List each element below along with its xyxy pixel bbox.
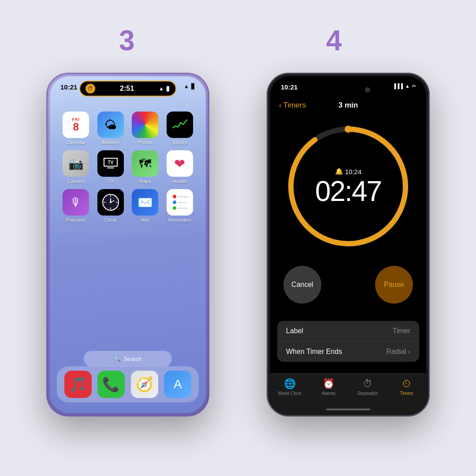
app-item-calendar[interactable]: FRI 8 Calendar [61,112,91,145]
wifi-icon-right: ▲ [405,83,410,89]
alarms-label: Alarms [322,391,335,396]
timer-settings-panel: Label Timer When Timer Ends Radial › [277,321,419,362]
calendar-label: Calendar [66,140,86,145]
cancel-button[interactable]: Cancel [283,266,321,304]
app-item-tv[interactable]: TV TV [96,150,126,184]
status-time-left: 10:21 [60,83,77,91]
label-field-value: Timer [393,327,410,335]
chevron-left-icon: ‹ [279,101,282,110]
search-icon: 🔍 [114,356,121,362]
status-bar-right: 10:21 ▐▐▐ ▲ [270,76,426,101]
step-4-number: 4 [326,24,342,57]
world-clock-label: World Clock [278,391,301,396]
tab-timers[interactable]: ⏲ Timers [387,378,427,396]
search-bar[interactable]: 🔍 Search [84,351,172,367]
step-3-number: 3 [119,24,135,57]
timers-back-label: Timers [283,101,306,110]
timer-countdown: 02:47 [315,177,381,205]
timer-buttons: Cancel Pause [283,266,413,304]
app-item-podcasts[interactable]: 🎙 Podcasts [61,189,91,223]
page-container: 3 4 10:21 ▲ ▊ ⏱ 2:51 ▲ ▊ [0,0,476,476]
chevron-right-icon: › [408,348,410,356]
stopwatch-label: Stopwatch [357,391,378,396]
maps-label: Maps [139,178,151,184]
timer-ends-row[interactable]: When Timer Ends Radial › [277,342,419,362]
status-time-right: 10:21 [281,83,298,91]
globe-icon: 🌐 [284,378,296,390]
dock-music[interactable]: 🎵 [64,371,92,398]
left-screen: 10:21 ▲ ▊ ⏱ 2:51 ▲ ▊ FR [50,76,206,413]
photos-icon [132,112,158,138]
clock-label: Clock [104,217,117,223]
camera-label: Camera [67,178,85,184]
timer-label-row[interactable]: Label Timer [277,321,419,342]
battery-icon-right [412,85,416,87]
health-icon: ❤ [167,150,193,177]
stocks-label: Stocks [172,140,187,145]
timer-display: 🔔 10:24 02:47 [315,167,381,205]
status-icons-right: ▐▐▐ ▲ [393,83,416,89]
phone-left: 10:21 ▲ ▊ ⏱ 2:51 ▲ ▊ FR [46,73,209,416]
tab-bar: 🌐 World Clock ⏰ Alarms ⏱ Stopwatch ⏲ Tim… [270,373,426,413]
dock-phone[interactable]: 📞 [97,371,125,398]
when-timer-ends-label: When Timer Ends [286,348,342,356]
dock: 🎵 📞 🧭 A [57,366,199,402]
timer-nav: ‹ Timers 3 min [270,101,426,110]
maps-icon: 🗺 [132,150,158,177]
dock-safari[interactable]: 🧭 [131,371,158,398]
timer-alarm-row: 🔔 10:24 [315,167,381,175]
svg-text:TV: TV [108,160,113,165]
camera-icon: 📷 [63,150,89,177]
timers-label: Timers [400,391,413,396]
ringtone-value: Radial [386,348,406,356]
svg-point-8 [110,201,112,203]
alarm-time: 10:24 [345,168,362,175]
tab-stopwatch[interactable]: ⏱ Stopwatch [348,378,387,396]
wifi-icon: ▲ [184,83,189,89]
dock-appstore[interactable]: A [164,371,191,398]
tv-label: TV [108,178,114,184]
photos-label: Photos [138,140,152,145]
battery-icon: ▊ [191,83,195,89]
calendar-date: 8 [73,122,79,132]
app-item-clock[interactable]: Clock [96,189,126,223]
status-bar-left: 10:21 ▲ ▊ [50,76,206,101]
app-item-weather[interactable]: 🌤 Weather [96,112,126,145]
mail-icon: ✉️ [132,189,158,216]
right-screen: 10:21 ▐▐▐ ▲ ‹ Timers 3 min [270,76,426,413]
when-timer-ends-value: Radial › [386,348,410,356]
mail-label: Mail [141,217,149,223]
status-icons-left: ▲ ▊ [184,83,195,89]
label-field-label: Label [286,327,303,335]
svg-point-11 [345,126,352,133]
tv-icon: TV [97,150,124,177]
podcasts-label: Podcasts [66,217,86,223]
home-indicator [326,409,370,410]
app-item-photos[interactable]: Photos [130,112,160,145]
timer-back-button[interactable]: ‹ Timers [279,101,306,110]
tab-world-clock[interactable]: 🌐 World Clock [270,378,309,396]
clock-icon [97,189,124,216]
app-item-health[interactable]: ❤ Health [165,150,195,184]
stopwatch-icon: ⏱ [363,378,372,390]
app-item-reminders[interactable]: Reminders [165,189,195,223]
bell-icon: 🔔 [335,167,343,175]
timer-nav-title: 3 min [338,101,358,110]
search-label: Search [123,356,141,362]
pause-button[interactable]: Pause [375,266,413,304]
weather-icon: 🌤 [97,112,124,138]
timer-circle: 🔔 10:24 02:47 [282,120,414,253]
timer-icon: ⏲ [402,378,412,390]
app-item-camera[interactable]: 📷 Camera [61,150,91,184]
weather-label: Weather [101,140,119,145]
reminders-icon [167,189,193,216]
app-item-stocks[interactable]: Stocks [165,112,195,145]
app-item-mail[interactable]: ✉️ Mail [130,189,160,223]
tab-alarms[interactable]: ⏰ Alarms [309,378,349,396]
signal-icon: ▐▐▐ [393,83,403,89]
app-grid: FRI 8 Calendar 🌤 Weather Photos [57,107,199,227]
podcasts-icon: 🎙 [63,189,89,216]
reminders-label: Reminders [168,217,191,223]
alarm-icon: ⏰ [323,378,335,390]
app-item-maps[interactable]: 🗺 Maps [130,150,160,184]
